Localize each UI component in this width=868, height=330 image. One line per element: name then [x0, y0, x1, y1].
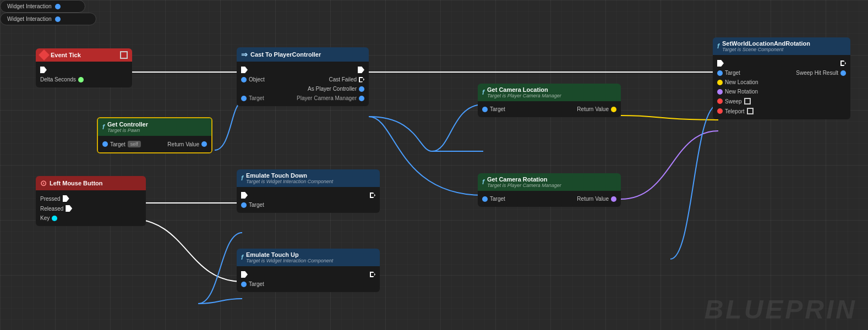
td-exec-in: [241, 192, 248, 199]
td-fn-icon: f: [241, 174, 243, 182]
cl-fn-icon: f: [482, 89, 484, 96]
td-exec-row: [237, 190, 380, 200]
gc-target-in-pin: [102, 141, 108, 147]
touch-down-header: f Emulate Touch Down Target is Widget In…: [237, 169, 380, 187]
released-pin: [65, 205, 72, 212]
tu-fn-icon: f: [241, 254, 243, 261]
cr-fn-icon: f: [482, 178, 484, 186]
cast-as-player-row: As Player Controller: [237, 84, 369, 94]
tu-target-pin: [241, 282, 247, 287]
gc-return-label: Return Value: [167, 141, 199, 147]
tu-target-row: Target: [237, 279, 380, 289]
cam-location-body: Target Return Value: [478, 101, 621, 117]
tu-exec-in: [241, 271, 248, 278]
cast-object-row: Object Cast Failed: [237, 75, 369, 84]
key-label: Key: [40, 215, 50, 221]
widget-interaction-bottom: Widget Interaction: [0, 0, 85, 13]
sw-teleport-row: Teleport: [713, 106, 850, 116]
touch-up-body: Target: [237, 266, 380, 292]
td-exec-out: [370, 193, 375, 198]
sw-new-rotation-row: New Rotation: [713, 87, 850, 96]
pressed-pin: [63, 195, 69, 202]
delta-pin: [78, 77, 84, 82]
cl-return-label: Return Value: [577, 106, 609, 112]
player-cam-label: Player Camera Manager: [297, 95, 357, 101]
event-tick-header: Event Tick: [36, 48, 132, 62]
td-target-pin: [241, 202, 247, 208]
cr-return-pin: [611, 196, 616, 202]
exec-out-pin: [40, 67, 47, 73]
cast-arrows-icon: ⇒: [241, 50, 248, 59]
sw-target-label: Target: [725, 70, 740, 76]
event-tick-title: Event Tick: [51, 52, 81, 58]
sw-sweep-row: Sweep: [713, 96, 850, 106]
delta-seconds-row: Delta Seconds: [36, 75, 132, 84]
touch-up-header: f Emulate Touch Up Target is Widget Inte…: [237, 249, 380, 266]
sw-target-pin: [717, 70, 723, 76]
sw-exec-out: [840, 61, 846, 66]
set-world-title: SetWorldLocationAndRotation: [722, 40, 810, 47]
set-world-body: Target Sweep Hit Result New Location New…: [713, 55, 850, 119]
set-world-subtitle: Target is Scene Component: [722, 47, 810, 52]
released-label: Released: [40, 206, 63, 212]
cl-target-row: Target Return Value: [478, 105, 621, 114]
touch-down-body: Target: [237, 187, 380, 213]
released-row: Released: [36, 204, 146, 213]
event-tick-node: Event Tick Delta Seconds: [36, 48, 132, 87]
event-tick-icon: [39, 50, 50, 61]
pressed-row: Pressed: [36, 194, 146, 204]
cam-rotation-subtitle: Target is Player Camera Manager: [487, 183, 561, 188]
cast-exec-out: [358, 67, 364, 73]
cam-location-header: f Get Camera Location Target is Player C…: [478, 84, 621, 101]
as-player-label: As Player Controller: [308, 86, 357, 92]
tu-exec-out: [370, 272, 375, 277]
touch-down-subtitle: Target is Widget Interaction Component: [246, 179, 333, 184]
sw-sweep-hit-label: Sweep Hit Result: [796, 70, 838, 76]
key-pin: [52, 216, 57, 221]
widget-bottom-label: Widget Interaction: [7, 3, 52, 9]
sw-new-location-row: New Location: [713, 78, 850, 87]
event-tick-checkbox: [120, 51, 128, 59]
cam-rotation-node: f Get Camera Rotation Target is Player C…: [478, 173, 621, 207]
td-target-row: Target: [237, 200, 380, 210]
sw-new-loc-pin: [717, 80, 723, 85]
fn-icon: f: [102, 123, 105, 131]
sw-new-rot-pin: [717, 89, 723, 95]
tu-exec-row: [237, 270, 380, 279]
get-controller-body: Target self Return Value: [98, 136, 211, 152]
widget-right-label: Widget Interaction: [7, 16, 52, 22]
get-controller-title: Get Controller: [107, 121, 148, 128]
cast-target-label: Target: [249, 95, 264, 101]
touch-up-node: f Emulate Touch Up Target is Widget Inte…: [237, 249, 380, 292]
widget-bottom-pin: [55, 4, 61, 9]
cast-failed-pin: [359, 77, 364, 82]
sw-new-location-label: New Location: [725, 79, 758, 85]
sw-exec-row: [713, 58, 850, 68]
cast-failed-label: Cast Failed: [329, 76, 357, 82]
touch-down-title: Emulate Touch Down: [246, 172, 333, 179]
event-tick-body: Delta Seconds: [36, 62, 132, 87]
sw-teleport-label: Teleport: [725, 108, 745, 114]
sw-sweep-label: Sweep: [725, 98, 742, 105]
cam-location-node: f Get Camera Location Target is Player C…: [478, 84, 621, 117]
delta-seconds-label: Delta Seconds: [40, 76, 76, 82]
cr-target-pin: [482, 196, 488, 202]
cast-header: ⇒ Cast To PlayerController: [237, 47, 369, 62]
sw-teleport-pin: [717, 108, 723, 114]
touch-up-title: Emulate Touch Up: [246, 251, 333, 258]
mouse-icon: ⊙: [40, 179, 47, 188]
sw-exec-in: [717, 60, 724, 67]
self-badge: self: [128, 141, 141, 147]
cast-camera-manager-row: Target Player Camera Manager: [237, 94, 369, 103]
cast-object-pin: [241, 77, 247, 82]
cl-target-pin: [482, 107, 488, 112]
widget-interaction-right: Widget Interaction: [0, 13, 96, 25]
cr-target-row: Target Return Value: [478, 194, 621, 204]
cam-location-title: Get Camera Location: [487, 86, 561, 93]
cr-target-label: Target: [490, 196, 505, 202]
sw-sweep-pin: [717, 98, 723, 104]
widget-pill-right: Widget Interaction: [0, 13, 96, 25]
cl-return-pin: [611, 107, 616, 112]
mouse-title: Left Mouse Button: [50, 180, 103, 186]
set-world-header: f SetWorldLocationAndRotation Target is …: [713, 37, 850, 55]
